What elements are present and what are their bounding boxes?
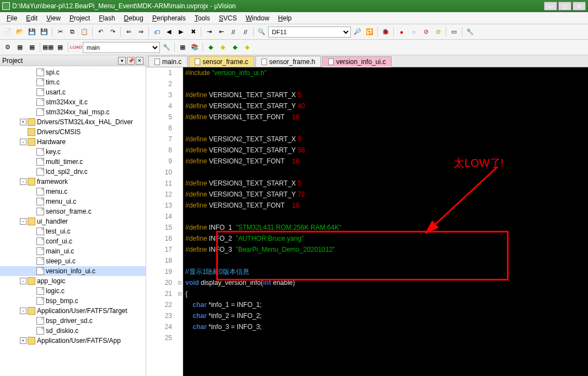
breakpoint-icon[interactable]: ● <box>396 27 407 38</box>
tree-item[interactable]: key.c <box>0 147 146 157</box>
fold-marker[interactable] <box>177 134 183 145</box>
pack3-icon[interactable]: ◆ <box>229 42 240 53</box>
download-icon[interactable]: LOAD <box>71 42 82 53</box>
fold-marker[interactable] <box>177 178 183 189</box>
code-line[interactable]: #define INFO_3 "BearPi_Menu_Demo_2020101… <box>185 244 588 255</box>
panel-close-icon[interactable]: ✕ <box>136 57 143 65</box>
tree-item[interactable]: test_ui.c <box>0 226 146 236</box>
code-line[interactable]: #define VERSION1_TEXT_START_X 5 <box>185 89 588 100</box>
tree-expander[interactable]: + <box>20 119 26 125</box>
code-line[interactable] <box>185 167 588 178</box>
code-line[interactable]: #define VERSION1_TEXT_START_Y 40 <box>185 100 588 112</box>
maximize-button[interactable]: ◻ <box>558 2 571 10</box>
code-line[interactable]: char *info_1 = INFO_1; <box>185 299 588 310</box>
menu-tools[interactable]: Tools <box>190 13 215 23</box>
cut-icon[interactable]: ✂ <box>55 27 66 38</box>
batch-build-icon[interactable]: ▦▦ <box>42 42 54 53</box>
panel-pin-icon[interactable]: 📌 <box>127 57 135 65</box>
code-line[interactable]: #define VERSION2_TEXT_FONT 16 <box>185 156 588 167</box>
tree-item[interactable]: usart.c <box>0 87 146 97</box>
panel-menu-icon[interactable]: ▾ <box>118 57 126 65</box>
fold-marker[interactable] <box>177 189 183 200</box>
bookmark-clear-icon[interactable]: ✖ <box>188 27 199 38</box>
editor-tab[interactable]: sensor_frame.h <box>255 56 321 67</box>
code-line[interactable] <box>185 255 588 266</box>
tree-item[interactable]: menu_ui.c <box>0 197 146 206</box>
code-content[interactable]: #include "version_info_ui.h"#define VERS… <box>183 67 588 376</box>
fold-marker[interactable]: ⊟ <box>177 277 183 288</box>
code-editor[interactable]: 1234567891011121314151617181920212223242… <box>146 67 588 376</box>
uncomment-icon[interactable]: // <box>240 27 251 38</box>
pack2-icon[interactable]: ◆ <box>217 42 228 53</box>
manage-icon[interactable]: ▦ <box>177 42 188 53</box>
tree-expander[interactable]: + <box>20 337 26 344</box>
fold-marker[interactable] <box>177 222 183 233</box>
menu-debug[interactable]: Debug <box>120 13 148 23</box>
menu-help[interactable]: Help <box>274 13 296 23</box>
menu-peripherals[interactable]: Peripherals <box>148 13 190 23</box>
code-line[interactable] <box>185 78 588 89</box>
save-icon[interactable]: 💾 <box>26 27 38 38</box>
code-line[interactable]: #define INFO_2 "AUTHOR:Bruce.yang" <box>185 233 588 244</box>
menu-window[interactable]: Window <box>241 13 274 23</box>
tree-item[interactable]: sleep_ui.c <box>0 256 146 266</box>
menu-edit[interactable]: Edit <box>22 13 42 23</box>
fold-marker[interactable] <box>177 112 183 123</box>
fold-marker[interactable] <box>177 167 183 178</box>
translate-icon[interactable]: ⚙ <box>2 42 13 53</box>
pack-icon[interactable]: ◆ <box>205 42 216 53</box>
tree-item[interactable]: +Application/User/FATFS/App <box>0 336 146 346</box>
tree-item[interactable]: lcd_spi2_drv.c <box>0 167 146 177</box>
tree-expander[interactable]: - <box>20 218 26 225</box>
code-line[interactable]: #define VERSION3_TEXT_START_X 5 <box>185 178 588 189</box>
tree-item[interactable]: -Hardware <box>0 137 146 147</box>
bookmark-next-icon[interactable]: ▶ <box>175 27 186 38</box>
code-line[interactable]: #define VERSION3_TEXT_START_Y 72 <box>185 189 588 200</box>
fold-marker[interactable] <box>177 89 183 100</box>
fold-marker[interactable] <box>177 332 183 343</box>
fold-marker[interactable] <box>177 266 183 277</box>
debug-icon[interactable]: 🐞 <box>380 27 391 38</box>
replace-icon[interactable]: 🔁 <box>364 27 375 38</box>
tree-item[interactable]: main_ui.c <box>0 246 146 256</box>
fold-marker[interactable] <box>177 299 183 310</box>
target-dropdown[interactable]: main <box>83 42 160 53</box>
tree-item[interactable]: +Drivers/STM32L4xx_HAL_Driver <box>0 117 146 127</box>
breakpoint-kill2-icon[interactable]: ⊘ <box>432 27 443 38</box>
indent-icon[interactable]: ⇥ <box>204 27 215 38</box>
tree-item[interactable]: multi_timer.c <box>0 157 146 167</box>
fold-marker[interactable] <box>177 233 183 244</box>
code-line[interactable]: #define INFO_1 "STM32L431 ROM:256K RAM:6… <box>185 222 588 233</box>
tree-item[interactable]: -app_logic <box>0 276 146 286</box>
fold-column[interactable]: ⊟⊟ <box>177 67 183 376</box>
tree-expander[interactable]: - <box>20 139 26 145</box>
rebuild-icon[interactable]: ▦ <box>26 42 38 53</box>
fold-marker[interactable] <box>177 255 183 266</box>
menu-project[interactable]: Project <box>65 13 94 23</box>
pack4-icon[interactable]: ◆ <box>242 42 253 53</box>
tree-item[interactable]: conf_ui.c <box>0 236 146 246</box>
books-icon[interactable]: 📚 <box>189 42 200 53</box>
save-all-icon[interactable]: 💾 <box>39 27 50 38</box>
copy-icon[interactable]: ⧉ <box>67 27 78 38</box>
code-line[interactable] <box>185 332 588 343</box>
menu-svcs[interactable]: SVCS <box>215 13 242 23</box>
tree-item[interactable]: Drivers/CMSIS <box>0 127 146 137</box>
fold-marker[interactable] <box>177 211 183 222</box>
window-list-icon[interactable]: ▭ <box>448 27 459 38</box>
tree-item[interactable]: spi.c <box>0 67 146 77</box>
fold-marker[interactable] <box>177 145 183 156</box>
fold-marker[interactable] <box>177 310 183 321</box>
editor-tab[interactable]: main.c <box>148 56 188 67</box>
comment-icon[interactable]: // <box>228 27 239 38</box>
new-icon[interactable]: 📄 <box>2 27 13 38</box>
open-icon[interactable]: 📂 <box>14 27 25 38</box>
undo-icon[interactable]: ↶ <box>95 27 106 38</box>
code-line[interactable]: char *info_2 = INFO_2; <box>185 310 588 321</box>
bookmark-icon[interactable]: 🏷 <box>151 27 162 38</box>
tree-item[interactable]: bsp_bmp.c <box>0 296 146 306</box>
tree-item[interactable]: version_info_ui.c <box>0 266 146 276</box>
tree-item[interactable]: tim.c <box>0 77 146 87</box>
code-line[interactable]: //显示1隐藏0版本信息 <box>185 266 588 277</box>
nav-fwd-icon[interactable]: ⇒ <box>135 27 146 38</box>
